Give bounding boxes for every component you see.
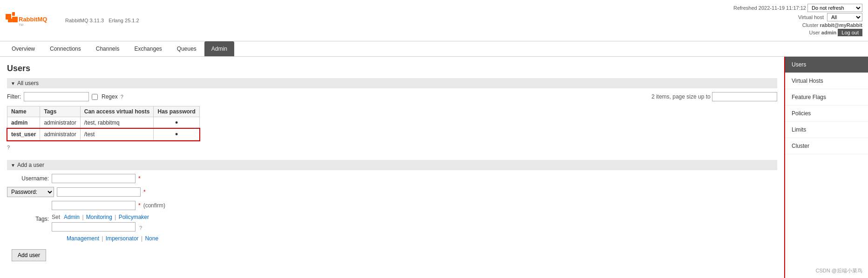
sidebar-item-cluster[interactable]: Cluster (785, 138, 868, 154)
svg-text:TM: TM (19, 23, 23, 26)
page-title: Users (7, 64, 777, 73)
password-input[interactable] (57, 187, 141, 197)
table-row[interactable]: admin administrator /test, rabbitmq • (7, 117, 200, 129)
content-area: Users ▼ All users Filter: Regex ? 2 item… (0, 57, 784, 278)
add-user-collapse[interactable]: ▼ Add a user (7, 160, 777, 170)
refresh-line: Refreshed 2022-11-19 11:17:12 Do not ref… (733, 4, 862, 12)
users-table: Name Tags Can access virtual hosts Has p… (7, 106, 200, 140)
confirm-password-input[interactable] (52, 201, 136, 210)
filter-input[interactable] (24, 92, 89, 101)
tag-links: Admin | Monitoring | Policymaker (64, 214, 149, 220)
logo-area: RabbitMQ TM RabbitMQ 3.11.3 Erlang 25.1.… (6, 12, 139, 29)
user-name-admin: admin (7, 117, 40, 129)
password-required: * (143, 189, 146, 195)
nav-channels[interactable]: Channels (89, 41, 127, 56)
regex-help-icon[interactable]: ? (121, 94, 123, 99)
add-user-arrow-icon: ▼ (11, 163, 15, 168)
svg-rect-3 (8, 19, 12, 22)
filter-row: Filter: Regex ? 2 items, page size up to… (7, 92, 777, 101)
rabbitmq-version: RabbitMQ 3.11.3 (65, 18, 104, 23)
svg-rect-2 (12, 17, 18, 22)
sidebar-item-virtual-hosts[interactable]: Virtual Hosts (785, 73, 868, 89)
tag-impersonator[interactable]: Impersonator (106, 235, 139, 242)
tags-input[interactable] (52, 222, 136, 232)
set-label: Set (52, 214, 60, 220)
nav-connections[interactable]: Connections (43, 41, 88, 56)
page-size-input[interactable]: 100 (712, 92, 777, 101)
table-help-icon[interactable]: ? (7, 145, 10, 150)
refresh-select[interactable]: Do not refresh Every 5 seconds Every 10 … (807, 4, 862, 12)
nav-bar: Overview Connections Channels Exchanges … (0, 41, 868, 57)
username-input[interactable] (52, 174, 136, 183)
user-tags-testuser: administrator (40, 129, 80, 140)
col-password: Has password (154, 106, 199, 117)
tag-none[interactable]: None (145, 235, 158, 242)
all-users-label: All users (17, 80, 39, 86)
top-right-controls: Refreshed 2022-11-19 11:17:12 Do not ref… (733, 4, 862, 37)
nav-queues[interactable]: Queues (170, 41, 203, 56)
sidebar-item-limits[interactable]: Limits (785, 122, 868, 138)
user-password-testuser: • (154, 129, 199, 140)
tag-management[interactable]: Management (67, 235, 99, 242)
sidebar-item-users[interactable]: Users (785, 57, 868, 73)
tags-input-area: Set Admin | Monitoring | Policymaker ? (52, 214, 158, 242)
collapse-arrow-icon: ▼ (11, 81, 15, 86)
user-tags-admin: administrator (40, 117, 80, 129)
virtual-host-select[interactable]: All / /test /rabbitmq (827, 13, 862, 21)
password-type-select[interactable]: Password: No password (7, 187, 54, 197)
cluster-value: rabbit@myRabbit (820, 22, 862, 28)
col-tags: Tags (40, 106, 80, 117)
user-value: admin (821, 30, 836, 35)
user-password-admin: • (154, 117, 199, 129)
col-vhosts: Can access virtual hosts (80, 106, 154, 117)
virtual-host-line: Virtual host All / /test /rabbitmq (733, 13, 862, 21)
add-user-button[interactable]: Add user (12, 249, 46, 261)
logo: RabbitMQ TM (6, 12, 61, 29)
refreshed-time: 2022-11-19 11:17:12 (759, 5, 806, 11)
user-line: User admin Log out (733, 29, 862, 36)
user-vhosts-admin: /test, rabbitmq (80, 117, 154, 129)
nav-admin[interactable]: Admin (204, 41, 234, 56)
right-sidebar: Users Virtual Hosts Feature Flags Polici… (784, 57, 868, 278)
username-row: Username: * (7, 174, 777, 183)
erlang-version: Erlang 25.1.2 (108, 18, 139, 23)
svg-rect-1 (12, 12, 15, 16)
tag-links-second-row: Management | Impersonator | None (67, 235, 158, 242)
tag-monitoring[interactable]: Monitoring (86, 214, 112, 220)
sidebar-item-policies[interactable]: Policies (785, 106, 868, 122)
cluster-label: Cluster (802, 22, 819, 28)
confirm-password-row: * (confirm) (7, 201, 777, 210)
username-required: * (138, 175, 141, 182)
nav-exchanges[interactable]: Exchanges (127, 41, 169, 56)
col-name: Name (7, 106, 40, 117)
all-users-collapse[interactable]: ▼ All users (7, 78, 777, 88)
tag-policymaker[interactable]: Policymaker (119, 214, 149, 220)
svg-text:RabbitMQ: RabbitMQ (19, 16, 47, 23)
username-label: Username: (7, 175, 49, 182)
logout-button[interactable]: Log out (838, 29, 862, 36)
nav-overview[interactable]: Overview (5, 41, 42, 56)
tag-admin[interactable]: Admin (64, 214, 80, 220)
page-size-label: 2 items, page size up to (651, 93, 711, 100)
regex-label: Regex (102, 93, 118, 100)
cluster-line: Cluster rabbit@myRabbit (733, 22, 862, 28)
tags-help-icon[interactable]: ? (139, 225, 142, 231)
confirm-label: (confirm) (143, 202, 165, 209)
version-info: RabbitMQ 3.11.3 Erlang 25.1.2 (65, 18, 139, 23)
tags-label: Tags: (7, 216, 49, 222)
user-name-testuser: test_user (7, 129, 40, 140)
user-label: User (809, 30, 820, 35)
page-size-info: 2 items, page size up to 100 (651, 92, 777, 101)
filter-label: Filter: (7, 93, 21, 100)
password-row: Password: No password * (7, 187, 777, 197)
user-vhosts-testuser: /test (80, 129, 154, 140)
table-row[interactable]: test_user administrator /test • (7, 129, 200, 140)
regex-checkbox[interactable] (92, 94, 98, 100)
confirm-required: * (138, 202, 141, 209)
add-user-section: ▼ Add a user Username: * Password: No pa… (7, 160, 777, 261)
sidebar-item-feature-flags[interactable]: Feature Flags (785, 89, 868, 106)
add-user-title: Add a user (17, 162, 44, 168)
watermark: CSDN @后端小菜鸟 (816, 267, 862, 274)
top-bar: RabbitMQ TM RabbitMQ 3.11.3 Erlang 25.1.… (0, 0, 868, 41)
rabbitmq-logo-svg: RabbitMQ TM (6, 12, 61, 29)
